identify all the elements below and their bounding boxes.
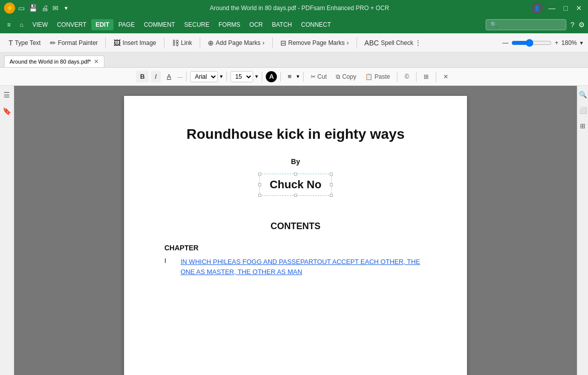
type-text-icon: T [9,39,13,47]
panel-icon-2[interactable]: ⬜ [577,104,589,116]
batch-menu[interactable]: BATCH [268,19,296,30]
title-bar-right: 👤 — □ ✕ [532,3,584,14]
toolbar-separator-2 [164,37,164,48]
link-button[interactable]: ⛓ Link [168,37,196,49]
comment-menu[interactable]: COMMENT [140,19,179,30]
user-avatar[interactable]: 👤 [532,3,543,14]
add-page-marks-icon: ⊕ [208,39,214,47]
font-size-chevron[interactable]: ▾ [255,73,258,80]
copyright-button[interactable]: © [401,72,413,82]
insert-image-button[interactable]: 🖼 Insert Image [110,37,160,49]
zoom-dropdown-icon[interactable]: ▾ [580,39,583,46]
handle-bm[interactable] [294,194,297,197]
handle-bl[interactable] [258,194,261,197]
print-icon[interactable]: 🖨 [41,4,48,12]
handle-br[interactable] [330,194,333,197]
bold-button[interactable]: B [136,71,149,82]
forms-menu[interactable]: FORMS [214,19,244,30]
chapter-entry: I IN WHICH PHILEAS FOGG AND PASSEPARTOUT… [164,257,427,277]
font-family-select[interactable]: Arial [190,71,218,82]
connect-menu[interactable]: CONNECT [297,19,335,30]
format-separator-3 [262,72,262,82]
format-painter-icon: ✏ [50,39,56,47]
format-close-button[interactable]: ✕ [440,72,452,82]
main-area: ☰ 🔖 Roundhouse kick in eighty ways By Ch… [0,86,588,375]
underline-button[interactable]: A [163,71,175,82]
align-chevron[interactable]: ▾ [297,73,300,80]
format-separator-5 [303,72,304,82]
document-title: Roundhouse kick in eighty ways [164,126,427,142]
italic-button[interactable]: I [151,71,161,82]
minimize-button[interactable]: — [547,4,558,12]
handle-tl[interactable] [258,173,261,176]
handle-ml[interactable] [258,183,261,186]
font-size-select[interactable]: 15 [230,71,253,82]
settings-icon[interactable]: ⚙ [578,21,585,29]
convert-menu[interactable]: CONVERT [53,19,90,30]
title-bar-title: Around the World in 80 days.pdf - PDFsam… [68,5,532,12]
zoom-out-button[interactable]: — [502,39,508,46]
author-text-box[interactable]: Chuck No [259,174,332,196]
page-menu[interactable]: PAGE [114,19,139,30]
zoom-level-display: 180% [561,39,577,46]
handle-tr[interactable] [330,173,333,176]
tab-bar: Around the World in 80 days.pdf* ✕ [0,52,588,68]
remove-page-marks-button[interactable]: ⊟ Remove Page Marks › [277,37,352,49]
remove-page-marks-label: Remove Page Marks [288,39,345,46]
toolbar-separator-4 [272,37,273,48]
handle-tm[interactable] [294,173,297,176]
remove-page-marks-icon: ⊟ [280,39,286,47]
document-tab[interactable]: Around the World in 80 days.pdf* ✕ [4,56,104,67]
title-bar: ⚡ ▭ 💾 🖨 ✉ ▾ Around the World in 80 days.… [0,0,588,16]
view-menu[interactable]: VIEW [28,19,52,30]
maximize-button[interactable]: □ [562,4,570,12]
spell-check-menu: ⋮ [415,39,421,46]
properties-button[interactable]: ⊞ [420,72,432,82]
copy-button[interactable]: ⧉ Copy [332,72,360,82]
chapter-num: I [164,257,174,277]
chapter-label: CHAPTER [164,244,427,252]
zoom-slider[interactable] [511,39,552,47]
format-separator-1 [186,72,187,82]
font-family-chevron[interactable]: ▾ [220,73,223,80]
handle-mr[interactable] [330,183,333,186]
email-icon[interactable]: ✉ [52,4,58,12]
type-text-button[interactable]: T Type Text [5,37,44,49]
toolbar-separator-1 [105,37,106,48]
hamburger-menu[interactable]: ≡ [3,19,15,30]
bookmarks-panel-icon[interactable]: 🔖 [1,105,13,117]
spell-check-icon: ABC [365,39,379,47]
close-button[interactable]: ✕ [574,4,584,12]
paste-button[interactable]: 📋 Paste [362,72,393,82]
search-input[interactable] [486,19,566,30]
underline-dash-icon: — [177,74,183,80]
font-color-button[interactable]: A [266,71,277,82]
ocr-menu[interactable]: OCR [246,19,267,30]
spell-check-button[interactable]: ABC Spell Check ⋮ [361,37,425,49]
pages-panel-icon[interactable]: ☰ [2,89,12,101]
chapter-link[interactable]: IN WHICH PHILEAS FOGG AND PASSEPARTOUT A… [181,257,427,277]
remove-page-marks-chevron: › [347,39,349,46]
cut-button[interactable]: ✂ Cut [307,72,330,82]
menu-right-icons: ? ⚙ [570,21,585,29]
format-separator-7 [416,72,417,82]
help-icon[interactable]: ? [570,21,574,29]
insert-image-label: Insert Image [123,39,156,46]
save-icon[interactable]: 💾 [29,4,37,12]
spell-check-label: Spell Check [381,39,413,46]
tab-close-button[interactable]: ✕ [94,58,99,65]
secure-menu[interactable]: SECURE [180,19,213,30]
search-panel-icon[interactable]: 🔍 [577,89,589,100]
adjust-panel-icon[interactable]: ⊞ [578,120,587,132]
edit-menu[interactable]: EDIT [91,19,113,30]
home-menu[interactable]: ⌂ [16,19,27,30]
open-icon[interactable]: ▭ [18,4,25,12]
app-logo: ⚡ [4,3,15,14]
format-painter-button[interactable]: ✏ Format Painter [46,37,101,49]
align-button[interactable]: ≡ [284,71,295,82]
add-page-marks-button[interactable]: ⊕ Add Page Marks › [204,37,268,49]
zoom-in-button[interactable]: + [555,39,558,46]
format-painter-label: Format Painter [58,39,98,46]
format-separator-2 [226,72,227,82]
title-bar-icons: ▭ 💾 🖨 ✉ ▾ [18,4,68,12]
